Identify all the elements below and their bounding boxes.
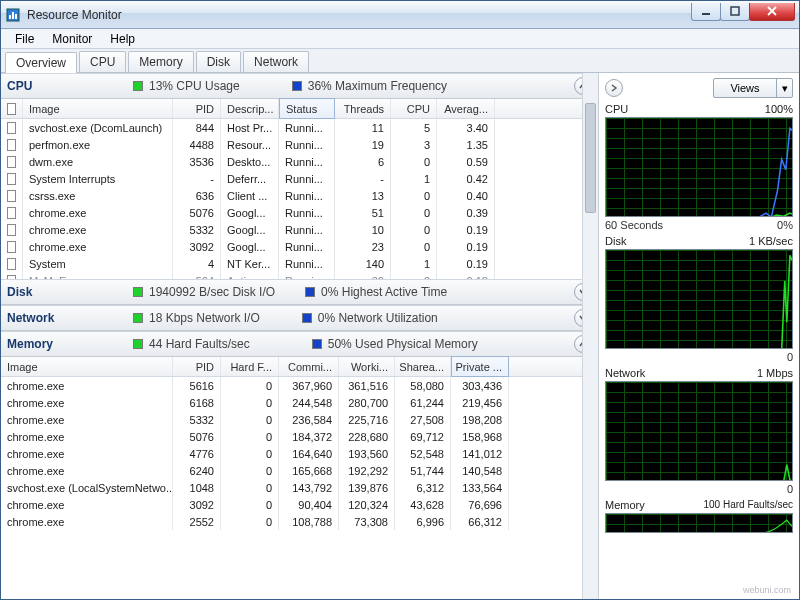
tab-memory[interactable]: Memory xyxy=(128,51,193,72)
row-checkbox[interactable] xyxy=(7,241,16,253)
disk-io-label: 1940992 B/sec Disk I/O xyxy=(149,285,275,299)
table-row[interactable]: svchost.exe (DcomLaunch)844Host Pr...Run… xyxy=(1,119,598,136)
maximize-button[interactable] xyxy=(720,3,750,21)
graph-disk-scale: 1 KB/sec xyxy=(749,235,793,247)
menu-help[interactable]: Help xyxy=(102,30,143,48)
menu-file[interactable]: File xyxy=(7,30,42,48)
row-checkbox[interactable] xyxy=(7,173,16,185)
app-window: Resource Monitor File Monitor Help Overv… xyxy=(0,0,800,600)
table-row[interactable]: chrome.exe53320236,584225,71627,508198,2… xyxy=(1,411,598,428)
cpu-col-avg[interactable]: Averag... xyxy=(437,99,495,118)
cpu-col-desc[interactable]: Descrip... xyxy=(221,99,279,118)
graph-memory-scale: 100 Hard Faults/sec xyxy=(704,499,794,511)
memory-faults-swatch xyxy=(133,339,143,349)
close-button[interactable] xyxy=(749,3,795,21)
cpu-section-header[interactable]: CPU 13% CPU Usage 36% Maximum Frequency xyxy=(1,73,598,99)
tab-network[interactable]: Network xyxy=(243,51,309,72)
row-checkbox[interactable] xyxy=(7,122,16,134)
left-pane: CPU 13% CPU Usage 36% Maximum Frequency … xyxy=(1,73,599,599)
table-row[interactable]: chrome.exe3092090,404120,32443,62876,696 xyxy=(1,496,598,513)
table-row[interactable]: chrome.exe50760184,372228,68069,712158,9… xyxy=(1,428,598,445)
graph-disk-label: Disk xyxy=(605,235,626,247)
memory-section-header[interactable]: Memory 44 Hard Faults/sec 50% Used Physi… xyxy=(1,331,598,357)
cpu-col-threads[interactable]: Threads xyxy=(335,99,391,118)
views-dropdown[interactable]: Views ▾ xyxy=(713,78,793,98)
left-scrollbar[interactable] xyxy=(582,73,598,599)
tab-cpu[interactable]: CPU xyxy=(79,51,126,72)
cpu-section-title: CPU xyxy=(7,79,127,93)
table-row[interactable]: chrome.exe3092Googl...Runni...2300.19 xyxy=(1,238,598,255)
mem-col-commit[interactable]: Commi... xyxy=(279,357,339,376)
mem-col-working[interactable]: Worki... xyxy=(339,357,395,376)
minimize-button[interactable] xyxy=(691,3,721,21)
mem-col-share[interactable]: Sharea... xyxy=(395,357,451,376)
cpu-col-cpu[interactable]: CPU xyxy=(391,99,437,118)
table-row[interactable]: chrome.exe61680244,548280,70061,244219,4… xyxy=(1,394,598,411)
svg-rect-1 xyxy=(9,15,11,19)
table-row[interactable]: chrome.exe5332Googl...Runni...1000.19 xyxy=(1,221,598,238)
row-checkbox[interactable] xyxy=(7,207,16,219)
cpu-rows[interactable]: svchost.exe (DcomLaunch)844Host Pr...Run… xyxy=(1,119,598,279)
memory-rows[interactable]: chrome.exe56160367,960361,51658,080303,4… xyxy=(1,377,598,599)
graph-network xyxy=(605,381,793,481)
tab-strip: Overview CPU Memory Disk Network xyxy=(1,49,799,73)
graph-network-label: Network xyxy=(605,367,645,379)
row-checkbox[interactable] xyxy=(7,139,16,151)
svg-rect-2 xyxy=(12,12,14,19)
window-title: Resource Monitor xyxy=(27,8,122,22)
cpu-column-headers[interactable]: Image PID Descrip... Status Threads CPU … xyxy=(1,99,598,119)
network-io-swatch xyxy=(133,313,143,323)
table-row[interactable]: chrome.exe25520108,78873,3086,99666,312 xyxy=(1,513,598,530)
cpu-col-status[interactable]: Status xyxy=(279,98,335,119)
cpu-col-checkbox[interactable] xyxy=(1,99,23,118)
mem-col-private[interactable]: Private ... xyxy=(451,356,509,377)
table-row[interactable]: chrome.exe47760164,640193,56052,548141,0… xyxy=(1,445,598,462)
disk-section-header[interactable]: Disk 1940992 B/sec Disk I/O 0% Highest A… xyxy=(1,279,598,305)
tab-overview[interactable]: Overview xyxy=(5,52,77,73)
views-label: Views xyxy=(714,82,776,94)
graph-cpu-caption-r: 0% xyxy=(777,219,793,231)
graph-cpu-caption-l: 60 Seconds xyxy=(605,219,663,231)
table-row[interactable]: chrome.exe62400165,668192,29251,744140,5… xyxy=(1,462,598,479)
mem-col-image[interactable]: Image xyxy=(1,357,173,376)
table-row[interactable]: chrome.exe5076Googl...Runni...5100.39 xyxy=(1,204,598,221)
table-row[interactable]: chrome.exe56160367,960361,51658,080303,4… xyxy=(1,377,598,394)
cpu-col-image[interactable]: Image xyxy=(23,99,173,118)
watermark: webuni.com xyxy=(743,585,791,595)
row-checkbox[interactable] xyxy=(7,224,16,236)
tab-disk[interactable]: Disk xyxy=(196,51,241,72)
row-checkbox[interactable] xyxy=(7,156,16,168)
disk-active-swatch xyxy=(305,287,315,297)
cpu-freq-swatch xyxy=(292,81,302,91)
table-row[interactable]: csrss.exe636Client ...Runni...1300.40 xyxy=(1,187,598,204)
svg-rect-4 xyxy=(702,13,710,15)
graph-memory xyxy=(605,513,793,533)
menu-monitor[interactable]: Monitor xyxy=(44,30,100,48)
table-row[interactable]: dwm.exe3536Deskto...Runni...600.59 xyxy=(1,153,598,170)
graph-disk xyxy=(605,249,793,349)
mem-col-pid[interactable]: PID xyxy=(173,357,221,376)
network-util-label: 0% Network Utilization xyxy=(318,311,438,325)
menu-bar: File Monitor Help xyxy=(1,29,799,49)
content-area: CPU 13% CPU Usage 36% Maximum Frequency … xyxy=(1,73,799,599)
graph-disk-caption-r: 0 xyxy=(787,351,793,363)
table-row[interactable]: MsMpEng.exe564Antima...Runni...3000.18 xyxy=(1,272,598,279)
table-row[interactable]: svchost.exe (LocalSystemNetwo...10480143… xyxy=(1,479,598,496)
table-row[interactable]: System4NT Ker...Runni...14010.19 xyxy=(1,255,598,272)
row-checkbox[interactable] xyxy=(7,190,16,202)
network-section-header[interactable]: Network 18 Kbps Network I/O 0% Network U… xyxy=(1,305,598,331)
cpu-col-pid[interactable]: PID xyxy=(173,99,221,118)
network-util-swatch xyxy=(302,313,312,323)
mem-col-hard[interactable]: Hard F... xyxy=(221,357,279,376)
disk-section-title: Disk xyxy=(7,285,127,299)
table-row[interactable]: System Interrupts-Deferr...Runni...-10.4… xyxy=(1,170,598,187)
title-bar[interactable]: Resource Monitor xyxy=(1,1,799,29)
table-row[interactable]: perfmon.exe4488Resour...Runni...1931.35 xyxy=(1,136,598,153)
graph-cpu xyxy=(605,117,793,217)
row-checkbox[interactable] xyxy=(7,258,16,270)
right-collapse-button[interactable] xyxy=(605,79,623,97)
memory-column-headers[interactable]: Image PID Hard F... Commi... Worki... Sh… xyxy=(1,357,598,377)
app-icon xyxy=(5,7,21,23)
disk-io-swatch xyxy=(133,287,143,297)
network-section-title: Network xyxy=(7,311,127,325)
